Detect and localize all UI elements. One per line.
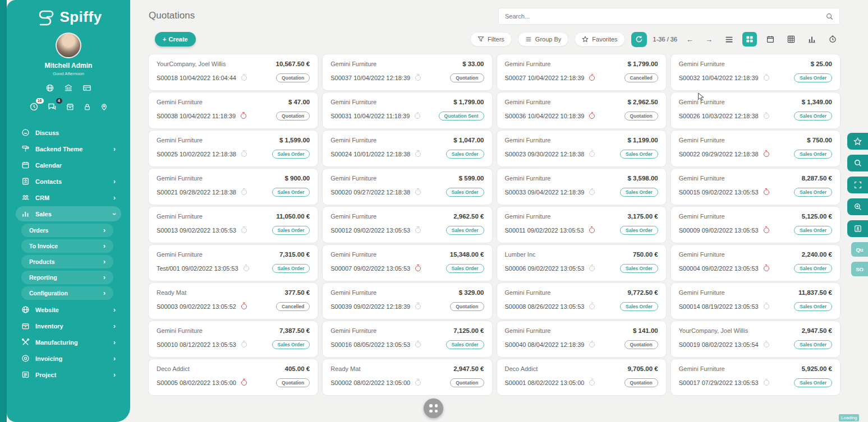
activity-clock-icon[interactable] [764, 304, 769, 309]
sidebar-item-inventory[interactable]: Inventory › [16, 318, 121, 333]
quotation-card[interactable]: Gemini Furniture 7,125.00 € S00016 08/05… [323, 321, 492, 357]
pager-next-button[interactable]: → [702, 35, 715, 44]
activity-clock-icon[interactable] [244, 266, 249, 271]
rail-zoom-in-button[interactable] [847, 198, 868, 215]
filters-button[interactable]: Filters [470, 32, 512, 47]
app-logo[interactable]: Spiffy [7, 7, 130, 26]
bank-icon[interactable] [64, 84, 73, 92]
quotation-card[interactable]: Gemini Furniture 11,837.50 € S00014 08/1… [671, 283, 840, 319]
quotation-card[interactable]: Deco Addict 9,705.00 € S00001 08/02/2022… [497, 359, 666, 395]
list-view-button[interactable] [722, 32, 736, 47]
rail-search-button[interactable] [847, 155, 868, 171]
rail-favorite-button[interactable] [847, 133, 868, 150]
lock-icon[interactable] [83, 103, 91, 112]
activity-clock-icon[interactable] [241, 151, 247, 157]
activity-clock-icon[interactable] [764, 189, 769, 195]
quotation-card[interactable]: Gemini Furniture 5,925.00 € S00017 07/29… [671, 359, 840, 395]
quotation-card[interactable]: Lumber Inc 750.00 € S00006 09/02/2022 13… [497, 245, 666, 281]
quotation-card[interactable]: Gemini Furniture 11,050.00 € S00013 09/0… [149, 207, 318, 243]
quotation-card[interactable]: Gemini Furniture $ 329.00 S00039 09/02/2… [323, 283, 492, 319]
user-avatar[interactable] [56, 33, 81, 58]
activity-clock-icon[interactable] [415, 75, 421, 81]
quotation-card[interactable]: Gemini Furniture 3,175.00 € S00011 09/02… [497, 207, 666, 243]
sidebar-subitem[interactable]: To Invoice › [21, 239, 113, 253]
activity-clock-icon[interactable] [415, 266, 421, 271]
activity-clock-icon[interactable] [415, 189, 421, 195]
rail-fullscreen-button[interactable] [847, 177, 868, 193]
map-pin-icon[interactable] [100, 103, 108, 112]
quotation-card[interactable]: Gemini Furniture $ 3,598.00 S00033 09/04… [497, 169, 666, 205]
activity-clock-icon[interactable] [241, 75, 247, 81]
quotation-card[interactable]: Gemini Furniture $ 25.00 S00032 10/04/20… [671, 54, 840, 90]
quotation-card[interactable]: Gemini Furniture $ 750.00 S00022 09/29/2… [671, 131, 840, 166]
calendar-view-button[interactable] [763, 32, 778, 47]
magnifier-icon[interactable] [826, 13, 833, 20]
quotation-card[interactable]: Gemini Furniture 15,348.00 € S00007 09/0… [323, 245, 492, 281]
quotation-card[interactable]: Gemini Furniture $ 1,599.00 S00025 10/02… [149, 131, 318, 166]
quotation-card[interactable]: Gemini Furniture 8,287.50 € S00015 09/02… [671, 169, 840, 205]
pivot-view-button[interactable] [784, 32, 798, 47]
quotation-card[interactable]: Gemini Furniture 5,125.00 € S00009 09/02… [671, 207, 840, 243]
activity-clock-icon[interactable] [415, 151, 421, 157]
sidebar-item-sales[interactable]: Sales › [16, 206, 121, 221]
quotation-card[interactable]: Gemini Furniture 2,962.50 € S00012 09/02… [323, 207, 492, 243]
sidebar-subitem[interactable]: Products › [21, 255, 113, 268]
quotation-card[interactable]: Gemini Furniture $ 33.00 S00037 10/04/20… [323, 54, 492, 90]
sidebar-item-crm[interactable]: CRM › [16, 190, 121, 205]
activity-clock-icon[interactable] [415, 380, 421, 386]
globe-icon[interactable] [45, 84, 54, 92]
sidebar-item-website[interactable]: Website › [16, 302, 121, 317]
activity-clock-icon[interactable] [589, 113, 595, 119]
rail-record-panel-button[interactable] [847, 220, 868, 237]
activity-clock-icon[interactable] [589, 151, 595, 157]
sidebar-item-manufacturing[interactable]: Manufacturing › [16, 335, 121, 350]
quotation-card[interactable]: Gemini Furniture 2,240.00 € S00004 09/02… [671, 245, 840, 281]
activity-clock-icon[interactable] [764, 151, 769, 157]
quotation-card[interactable]: YourCompany, Joel Willis 2,947.50 € S000… [671, 321, 840, 357]
quotation-card[interactable]: Gemini Furniture $ 900.00 S00021 09/28/2… [149, 169, 318, 205]
history-clock-icon[interactable]: 16 [29, 102, 39, 112]
pager-previous-button[interactable]: ← [683, 35, 696, 44]
sidebar-item-project[interactable]: Project › [16, 367, 121, 382]
activity-clock-icon[interactable] [415, 228, 421, 233]
activity-clock-icon[interactable] [241, 380, 247, 386]
activity-clock-icon[interactable] [589, 342, 595, 347]
quotation-card[interactable]: Gemini Furniture $ 1,047.00 S00024 10/01… [323, 131, 492, 166]
quotation-card[interactable]: Gemini Furniture 7,315.00 € Test/001 09/… [149, 245, 318, 281]
kanban-view-button[interactable] [742, 32, 757, 47]
quotation-card[interactable]: Gemini Furniture $ 1,199.00 S00023 09/30… [497, 131, 666, 166]
activity-clock-icon[interactable] [589, 266, 595, 271]
quotation-card[interactable]: Gemini Furniture $ 1,799.00 S00031 10/04… [323, 92, 492, 128]
quotation-card[interactable]: Gemini Furniture $ 599.00 S00020 09/27/2… [323, 169, 492, 205]
activity-clock-icon[interactable] [241, 189, 247, 195]
sidebar-item-discuss[interactable]: Discuss [16, 125, 121, 140]
activity-clock-icon[interactable] [764, 113, 769, 119]
sidebar-subitem[interactable]: Configuration › [21, 286, 113, 300]
activity-clock-icon[interactable] [589, 228, 595, 233]
activity-clock-icon[interactable] [589, 304, 595, 309]
activity-clock-icon[interactable] [589, 380, 595, 386]
activity-clock-icon[interactable] [764, 266, 769, 271]
quotation-card[interactable]: YourCompany, Joel Willis 10,567.50 € S00… [149, 54, 318, 90]
activity-clock-icon[interactable] [589, 75, 595, 81]
quotation-card[interactable]: Gemini Furniture $ 141.00 S00040 08/04/2… [497, 321, 666, 357]
sidebar-item-calendar[interactable]: Calendar [16, 157, 121, 173]
activity-clock-icon[interactable] [764, 380, 769, 386]
activity-clock-icon[interactable] [589, 189, 595, 195]
activity-clock-icon[interactable] [415, 342, 421, 347]
quotation-card[interactable]: Deco Addict 405.00 € S00005 08/02/2022 1… [149, 359, 318, 395]
activity-clock-icon[interactable] [764, 75, 769, 81]
rail-sales-order-shortcut[interactable]: SO [851, 262, 868, 276]
activity-clock-icon[interactable] [415, 113, 420, 119]
card-icon[interactable] [82, 84, 91, 92]
favorites-button[interactable]: Favorites [575, 32, 624, 47]
rail-quotation-shortcut[interactable]: Qu [851, 242, 868, 257]
quotation-card[interactable]: Gemini Furniture $ 2,962.50 S00036 10/04… [497, 92, 666, 128]
shop-icon[interactable] [66, 103, 75, 112]
sidebar-item-contacts[interactable]: Contacts › [16, 174, 121, 189]
quotation-card[interactable]: Gemini Furniture 9,772.50 € S00008 08/26… [497, 283, 666, 319]
graph-view-button[interactable] [805, 32, 819, 47]
sidebar-item-invoicing[interactable]: Invoicing › [16, 351, 121, 366]
apps-grid-button[interactable] [424, 398, 443, 418]
messages-icon[interactable]: 4 [47, 102, 57, 112]
